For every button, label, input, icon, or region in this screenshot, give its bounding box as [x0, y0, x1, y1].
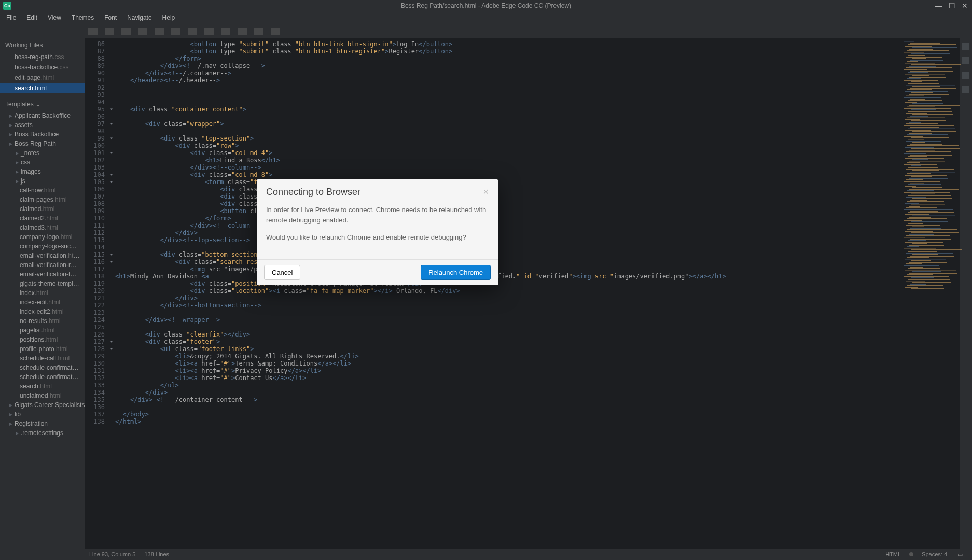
line-gutter: 8687888990919293949596979899100101102103… — [85, 38, 108, 549]
file-no-results[interactable]: no-results.html — [0, 316, 85, 326]
menubar: FileEditViewThemesFontNavigateHelp — [0, 11, 972, 24]
file-email-verification[interactable]: email-verification.html — [0, 251, 85, 260]
minimize-button[interactable]: — — [935, 2, 942, 10]
file-claim-pages[interactable]: claim-pages.html — [0, 195, 85, 204]
connecting-to-browser-dialog: Connecting to Browser × In order for Liv… — [257, 179, 498, 285]
working-files-header: Working Files — [0, 38, 85, 52]
file-positions[interactable]: positions.html — [0, 335, 85, 344]
lightning-icon[interactable] — [962, 43, 969, 50]
window-title: Boss Reg Path/search.html - Adobe Edge C… — [401, 2, 571, 9]
file-email-verification-request-cal[interactable]: email-verification-request-cal — [0, 260, 85, 270]
dialog-close-icon[interactable]: × — [483, 187, 489, 198]
tree-boss-reg-path[interactable]: ▸Boss Reg Path — [0, 139, 85, 148]
file-claimed3[interactable]: claimed3.html — [0, 223, 85, 232]
status-notifications-icon[interactable]: ▭ — [952, 551, 968, 558]
file-index[interactable]: index.html — [0, 288, 85, 298]
live-preview-icon[interactable] — [962, 72, 969, 79]
file-search[interactable]: search.html — [0, 382, 85, 391]
menu-help[interactable]: Help — [158, 12, 179, 23]
working-file-boss-backoffice[interactable]: boss-backoffice.css — [0, 62, 85, 73]
working-file-boss-reg-path[interactable]: boss-reg-path.css — [0, 52, 85, 62]
tree2-registration[interactable]: ▸Registration — [0, 419, 85, 428]
relaunch-chrome-button[interactable]: Relaunch Chrome — [421, 265, 491, 280]
cloud-icon[interactable] — [962, 86, 969, 93]
tree-images[interactable]: ▸images — [0, 167, 85, 176]
statusbar: Line 93, Column 5 — 138 Lines HTML Space… — [0, 549, 972, 560]
titlebar: Co Boss Reg Path/search.html - Adobe Edg… — [0, 0, 972, 11]
dialog-body-2: Would you like to relaunch Chrome and en… — [266, 232, 489, 243]
tool-icon-2[interactable] — [105, 28, 114, 35]
status-language[interactable]: HTML — [880, 551, 906, 557]
tree-applicant-backoffice[interactable]: ▸Applicant Backoffice — [0, 111, 85, 120]
tree2-gigats-career-specialists[interactable]: ▸Gigats Career Specialists — [0, 400, 85, 410]
tool-icon-10[interactable] — [238, 28, 247, 35]
file-company-logo[interactable]: company-logo.html — [0, 232, 85, 242]
file-index-edit[interactable]: index-edit.html — [0, 298, 85, 307]
sidebar: Working Files boss-reg-path.cssboss-back… — [0, 38, 85, 549]
tool-icon-12[interactable] — [271, 28, 280, 35]
cancel-button[interactable]: Cancel — [264, 265, 300, 280]
menu-view[interactable]: View — [44, 12, 65, 23]
tool-icon-7[interactable] — [188, 28, 197, 35]
file-claimed2[interactable]: claimed2.html — [0, 214, 85, 223]
fold-gutter[interactable]: ▾▾▾▾▾▾▾▾▾▾ — [108, 38, 115, 549]
dialog-body-1: In order for Live Preview to connect, Ch… — [266, 205, 489, 225]
tool-icon-6[interactable] — [171, 28, 180, 35]
menu-font[interactable]: Font — [100, 12, 121, 23]
file-pagelist[interactable]: pagelist.html — [0, 326, 85, 335]
tool-icon-4[interactable] — [138, 28, 147, 35]
maximize-button[interactable]: ☐ — [949, 2, 955, 10]
menu-themes[interactable]: Themes — [67, 12, 98, 23]
tool-icon-11[interactable] — [254, 28, 263, 35]
file-call-now[interactable]: call-now.html — [0, 186, 85, 195]
status-indicator-dot — [909, 552, 913, 556]
toolbar — [0, 24, 972, 38]
file-company-logo-success[interactable]: company-logo-success.html — [0, 242, 85, 251]
tool-icon-9[interactable] — [221, 28, 230, 35]
minimap[interactable] — [902, 38, 960, 549]
file-schedule-call[interactable]: schedule-call.html — [0, 354, 85, 363]
tree2-lib[interactable]: ▸lib — [0, 410, 85, 419]
file-index-edit2[interactable]: index-edit2.html — [0, 307, 85, 316]
right-rail — [960, 38, 972, 549]
code-content[interactable]: <button type="submit" class="btn btn-lin… — [115, 38, 902, 549]
tree-assets[interactable]: ▸assets — [0, 120, 85, 130]
status-spaces[interactable]: Spaces: 4 — [917, 551, 952, 557]
file-gigats-theme-template[interactable]: gigats-theme-template.html — [0, 279, 85, 288]
file-claimed[interactable]: claimed.html — [0, 204, 85, 214]
file-unclaimed[interactable]: unclaimed.html — [0, 391, 85, 400]
cursor-position: Line 93, Column 5 — 138 Lines — [4, 551, 169, 557]
tool-icon-5[interactable] — [155, 28, 164, 35]
dialog-title: Connecting to Browser — [266, 187, 360, 198]
tool-icon-1[interactable] — [88, 28, 98, 35]
tree2--remotesettings[interactable]: ▸.remotesettings — [0, 428, 85, 438]
tool-icon-3[interactable] — [121, 28, 131, 35]
menu-file[interactable]: File — [2, 12, 20, 23]
file-schedule-confirmation-thanks[interactable]: schedule-confirmation-thanks — [0, 372, 85, 382]
file-profile-photo[interactable]: profile-photo.html — [0, 344, 85, 354]
tree-js[interactable]: ▸js — [0, 176, 85, 186]
file-email-verification-thanks[interactable]: email-verification-thanks.html — [0, 270, 85, 279]
file-schedule-confirmation[interactable]: schedule-confirmation.html — [0, 363, 85, 372]
tree-css[interactable]: ▸css — [0, 158, 85, 167]
templates-header[interactable]: Templates ⌄ — [0, 97, 85, 111]
working-file-edit-page[interactable]: edit-page.html — [0, 73, 85, 83]
menu-edit[interactable]: Edit — [22, 12, 41, 23]
extensions-icon[interactable] — [962, 57, 969, 64]
app-icon: Co — [3, 2, 11, 10]
tree-boss-backoffice[interactable]: ▸Boss Backoffice — [0, 130, 85, 139]
tree-_notes[interactable]: ▸_notes — [0, 148, 85, 158]
close-button[interactable]: ✕ — [962, 2, 968, 10]
working-file-search[interactable]: search.html — [0, 83, 85, 93]
menu-navigate[interactable]: Navigate — [123, 12, 156, 23]
tool-icon-8[interactable] — [204, 28, 214, 35]
editor[interactable]: 8687888990919293949596979899100101102103… — [85, 38, 972, 549]
